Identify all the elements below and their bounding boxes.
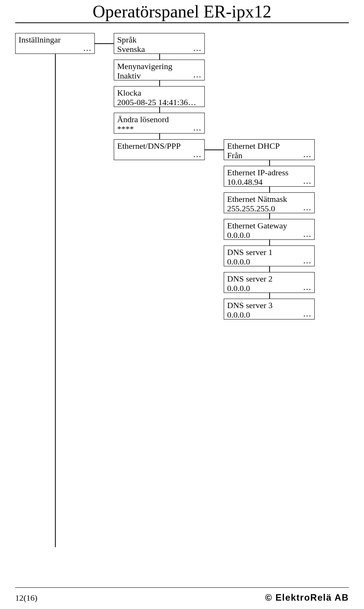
ellipsis-icon: … — [193, 43, 201, 53]
connector — [269, 266, 270, 272]
box-installningar: Inställningar … — [15, 33, 95, 54]
connector — [95, 43, 114, 44]
box-value: 255.255.255.0 — [227, 204, 311, 213]
connector — [269, 293, 270, 299]
ellipsis-icon: … — [303, 282, 311, 292]
box-label: DNS server 3 — [227, 301, 311, 310]
box-ethernet-ip: Ethernet IP-adress 10.0.48.94 … — [224, 166, 315, 187]
ellipsis-icon: … — [303, 309, 311, 318]
box-label: Språk — [117, 35, 201, 44]
box-ethernet-dns-ppp: Ethernet/DNS/PPP … — [114, 139, 205, 160]
box-andra-losenord: Ändra lösenord **** … — [114, 113, 205, 134]
ellipsis-icon: … — [303, 176, 311, 186]
box-value: 0.0.0.0 — [227, 310, 311, 319]
footer-page-number: 12(16) — [15, 593, 38, 603]
box-dns-2: DNS server 2 0.0.0.0 … — [224, 272, 315, 293]
box-value: 2005-08-25 14:41:36… — [117, 98, 201, 107]
box-klocka: Klocka 2005-08-25 14:41:36… — [114, 86, 205, 107]
box-label: Ethernet Nätmask — [227, 194, 311, 204]
box-value: 0.0.0.0 — [227, 257, 311, 266]
ellipsis-icon: … — [303, 149, 311, 159]
connector — [269, 240, 270, 245]
box-label: Ethernet Gateway — [227, 221, 311, 230]
page-title: Operatörspanel ER-ipx12 — [15, 2, 349, 22]
connector — [159, 54, 160, 60]
box-value: **** — [117, 124, 201, 134]
connector — [269, 213, 270, 219]
box-label: Ethernet/DNS/PPP — [117, 141, 201, 151]
connector — [269, 160, 270, 166]
box-ethernet-netmask: Ethernet Nätmask 255.255.255.0 … — [224, 192, 315, 213]
connector — [269, 187, 270, 192]
box-dns-3: DNS server 3 0.0.0.0 … — [224, 299, 315, 319]
box-value: Svenska — [117, 44, 201, 54]
ellipsis-icon: … — [83, 43, 91, 53]
box-menynavigering: Menynavigering Inaktiv … — [114, 60, 205, 80]
box-ethernet-dhcp: Ethernet DHCP Från … — [224, 139, 315, 160]
box-label: Ändra lösenord — [117, 115, 201, 124]
ellipsis-icon: … — [303, 229, 311, 239]
box-value: Inaktiv — [117, 71, 201, 80]
box-sprak: Språk Svenska … — [114, 33, 205, 54]
connector — [159, 80, 160, 86]
box-label: Inställningar — [19, 35, 91, 44]
box-label: DNS server 1 — [227, 247, 311, 257]
ellipsis-icon: … — [193, 70, 201, 79]
box-dns-1: DNS server 1 0.0.0.0 … — [224, 245, 315, 266]
box-label: DNS server 2 — [227, 274, 311, 283]
footer-copyright: © ElektroRelä AB — [265, 592, 349, 603]
page-footer: 12(16) © ElektroRelä AB — [15, 592, 349, 603]
box-value: Från — [227, 151, 311, 160]
box-label: Klocka — [117, 88, 201, 98]
ellipsis-icon: … — [193, 149, 201, 159]
box-ethernet-gateway: Ethernet Gateway 0.0.0.0 … — [224, 219, 315, 240]
box-label: Ethernet IP-adress — [227, 168, 311, 177]
root-drop-line — [55, 54, 56, 547]
ellipsis-icon: … — [303, 256, 311, 265]
footer-rule — [15, 587, 349, 588]
title-rule — [15, 22, 349, 23]
connector — [205, 149, 224, 150]
diagram: Inställningar … Språk Svenska … Menynavi… — [15, 29, 349, 572]
box-value: 0.0.0.0 — [227, 230, 311, 240]
connector — [159, 107, 160, 113]
box-label: Ethernet DHCP — [227, 141, 311, 151]
ellipsis-icon: … — [193, 123, 201, 132]
box-label: Menynavigering — [117, 61, 201, 71]
box-value: 0.0.0.0 — [227, 283, 311, 293]
connector — [159, 134, 160, 139]
box-value: 10.0.48.94 — [227, 177, 311, 187]
ellipsis-icon: … — [303, 203, 311, 212]
